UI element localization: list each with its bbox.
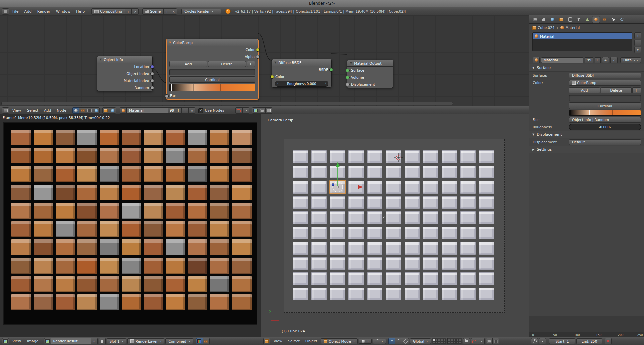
breadcrumb-material[interactable]: Material <box>566 26 580 30</box>
scene-cube[interactable] <box>405 166 420 179</box>
scene-cube[interactable] <box>367 227 382 239</box>
tab-scene[interactable] <box>540 16 548 23</box>
scene-cube[interactable] <box>442 181 457 194</box>
input-socket-color[interactable] <box>270 75 274 79</box>
ramp-stop-marker[interactable] <box>171 84 172 91</box>
scene-cube[interactable] <box>330 272 345 285</box>
ramp-stop-marker[interactable] <box>571 110 571 115</box>
output-socket-object-index[interactable] <box>150 72 154 76</box>
scene-cube[interactable] <box>330 242 345 255</box>
scene-cube[interactable] <box>386 288 401 300</box>
scene-cube[interactable] <box>348 211 364 224</box>
manipulator-translate-button[interactable]: ↑ <box>388 338 395 344</box>
mode-select[interactable]: Object Mode▾ <box>321 338 358 344</box>
scene-cube[interactable] <box>442 242 457 255</box>
color-ramp-gradient[interactable] <box>169 84 255 91</box>
scene-cube[interactable] <box>460 272 475 285</box>
image-unlink-button[interactable]: × <box>91 338 98 344</box>
scene-cube[interactable] <box>293 257 308 270</box>
scene-cube[interactable] <box>423 196 438 209</box>
material-browse-button[interactable] <box>533 57 540 63</box>
scene-cube[interactable] <box>311 181 326 194</box>
scene-cube[interactable] <box>386 272 401 285</box>
editor-type-button-node[interactable] <box>2 107 9 114</box>
scene-cube[interactable] <box>423 272 438 285</box>
menu-file[interactable]: File <box>10 9 21 14</box>
tab-material[interactable] <box>592 16 600 23</box>
scene-cube[interactable] <box>348 242 364 255</box>
scene-cube[interactable] <box>423 257 438 270</box>
scene-cube[interactable] <box>348 150 364 163</box>
scene-cube[interactable] <box>479 150 494 163</box>
collapse-icon[interactable]: ▼ <box>169 41 171 44</box>
channel-rgb-button[interactable] <box>196 338 203 344</box>
scene-cube[interactable] <box>460 166 475 179</box>
input-socket-volume[interactable] <box>346 76 350 79</box>
scene-cube[interactable] <box>330 211 345 224</box>
image-editor-canvas[interactable]: Frame:1 Mem:19.32M (10.50M, peak 38.33M)… <box>0 114 262 337</box>
ramp-fake-user-button[interactable]: F <box>247 61 255 67</box>
scene-cube[interactable] <box>479 227 494 239</box>
output-socket-color[interactable] <box>256 48 260 52</box>
scene-cube[interactable] <box>348 227 364 239</box>
scene-cube[interactable] <box>311 272 326 285</box>
ramp-name-field[interactable] <box>569 95 641 101</box>
scene-cube[interactable] <box>460 181 475 194</box>
scene-cube[interactable] <box>293 211 308 224</box>
screen-layout-add-button[interactable]: + <box>125 8 132 15</box>
scene-cube[interactable] <box>311 227 326 239</box>
surface-shader-select[interactable]: Diffuse BSDF <box>569 73 641 78</box>
scene-cube[interactable] <box>348 272 364 285</box>
snap-toggle-button[interactable] <box>471 338 478 344</box>
scene-cube[interactable] <box>405 227 420 239</box>
image-pin-button[interactable] <box>99 338 106 344</box>
scene-cube[interactable] <box>311 242 326 255</box>
scene-cube[interactable] <box>479 242 494 255</box>
output-socket-location[interactable] <box>150 65 154 69</box>
material-fake-user-button[interactable]: F <box>176 107 182 114</box>
viewport-3d[interactable]: Camera Persp (1) Cube.024 <box>261 114 529 337</box>
scene-cube[interactable] <box>405 272 420 285</box>
scene-cube[interactable] <box>460 257 475 270</box>
menu-select[interactable]: Select <box>24 108 41 113</box>
material-add-button[interactable]: + <box>181 107 189 114</box>
scene-cube[interactable] <box>293 288 308 300</box>
roughness-slider[interactable]: ‹ 0.000 › <box>569 124 641 130</box>
tab-constraints[interactable] <box>566 16 574 23</box>
material-add-button[interactable]: + <box>602 57 609 63</box>
material-slot-list[interactable]: Material <box>532 32 632 51</box>
scene-cube[interactable] <box>386 166 401 179</box>
material-users-count[interactable]: 99 <box>168 107 176 114</box>
slot-remove-button[interactable]: − <box>634 40 641 46</box>
scene-cube[interactable] <box>423 288 438 300</box>
scene-cube[interactable] <box>311 196 326 209</box>
input-socket-surface[interactable] <box>346 69 350 72</box>
scene-cube[interactable] <box>442 227 457 239</box>
collapse-icon[interactable]: ▼ <box>350 62 352 65</box>
lock-to-scene-button[interactable] <box>463 338 470 344</box>
render-pass-select[interactable]: Combined▾ <box>165 338 193 344</box>
pivot-select[interactable]: ▾ <box>373 339 386 344</box>
scene-cube[interactable] <box>348 257 364 270</box>
scene-cube[interactable] <box>293 242 308 255</box>
scene-cube[interactable] <box>405 257 420 270</box>
frame-start-field[interactable]: Start: 1 <box>549 338 575 344</box>
scene-cube[interactable] <box>330 196 345 209</box>
slider-left-arrow-icon[interactable]: ‹ <box>277 81 278 85</box>
timeline-canvas[interactable]: 0 50 100 150 200 250 <box>529 316 644 337</box>
tab-render[interactable] <box>531 16 539 23</box>
scene-cube[interactable] <box>405 150 420 163</box>
scene-cube[interactable] <box>311 211 326 224</box>
input-socket-displacement[interactable] <box>346 83 350 86</box>
frame-end-field[interactable]: End: 250 <box>576 338 602 344</box>
scene-cube[interactable] <box>386 150 401 163</box>
editor-type-button-info[interactable] <box>2 8 9 15</box>
scene-cube[interactable] <box>442 257 457 270</box>
scene-cube[interactable] <box>423 181 438 194</box>
scene-cube[interactable] <box>460 227 475 239</box>
scene-cube[interactable] <box>348 196 364 209</box>
channel-rgba-button[interactable] <box>203 338 210 344</box>
tab-modifiers[interactable] <box>575 16 583 23</box>
use-nodes-checkbox[interactable]: ✓ Use Nodes <box>196 108 226 113</box>
scene-cube[interactable] <box>348 181 364 194</box>
